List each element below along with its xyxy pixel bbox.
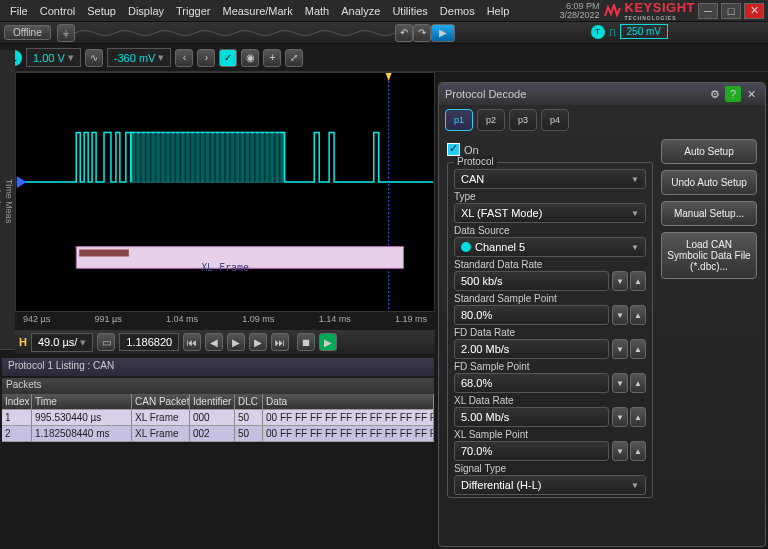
type-select[interactable]: XL (FAST Mode)▼ (454, 203, 646, 223)
undo-icon[interactable]: ↶ (395, 24, 413, 42)
menu-utilities[interactable]: Utilities (386, 3, 433, 19)
up-icon[interactable]: ▲ (630, 441, 646, 461)
down-icon[interactable]: ▼ (612, 305, 628, 325)
horizontal-controls: H 49.0 µs/▾ ▭ 1.186820 ⏮ ◀ ▶ ▶ ⏭ ⏹ ▶ (15, 330, 435, 354)
minimize-button[interactable]: ─ (698, 3, 718, 19)
fd-rate-field[interactable]: 2.00 Mb/s (454, 339, 609, 359)
svg-marker-34 (386, 73, 392, 81)
svg-rect-36 (79, 250, 129, 257)
help-icon[interactable]: ? (725, 86, 741, 102)
down-icon[interactable]: ▼ (612, 339, 628, 359)
stop-icon[interactable]: ⏹ (297, 333, 315, 351)
menu-trigger[interactable]: Trigger (170, 3, 216, 19)
timebase-pos[interactable]: 1.186820 (119, 333, 179, 351)
chevron-right-icon[interactable]: › (197, 49, 215, 67)
protocol-select[interactable]: CAN▼ (454, 169, 646, 189)
down-icon[interactable]: ▼ (612, 407, 628, 427)
chevron-down-icon: ▼ (631, 243, 639, 252)
brand-logo: KEYSIGHTTECHNOLOGIES (604, 0, 695, 21)
clock: 6:09 PM3/28/2022 (559, 2, 603, 20)
chevron-down-icon: ▼ (631, 481, 639, 490)
up-icon[interactable]: ▲ (630, 305, 646, 325)
manual-setup-button[interactable]: Manual Setup... (661, 201, 757, 226)
time-axis: 942 µs991 µs1.04 ms1.09 ms1.14 ms1.19 ms (15, 312, 435, 330)
chevron-down-icon: ▼ (631, 175, 639, 184)
expand-icon[interactable]: ⤢ (285, 49, 303, 67)
ground-icon[interactable]: ⏚ (57, 24, 75, 42)
tab-time-meas[interactable]: Time Meas (3, 54, 15, 350)
plus-icon[interactable]: + (263, 49, 281, 67)
std-sp-field[interactable]: 80.0% (454, 305, 609, 325)
chevron-down-icon: ▼ (631, 209, 639, 218)
up-icon[interactable]: ▲ (630, 373, 646, 393)
tab-p3[interactable]: p3 (509, 109, 537, 131)
table-row[interactable]: 1 995.530440 µs XL Frame 000 50 00 FF FF… (2, 410, 434, 426)
load-dbc-button[interactable]: Load CAN Symbolic Data File (*.dbc)... (661, 232, 757, 279)
menu-setup[interactable]: Setup (81, 3, 122, 19)
status-offline[interactable]: Offline (4, 25, 51, 40)
menu-measure[interactable]: Measure/Mark (216, 3, 298, 19)
step-fwd-icon[interactable]: ▶ (249, 333, 267, 351)
tab-p1[interactable]: p1 (445, 109, 473, 131)
xl-sp-field[interactable]: 70.0% (454, 441, 609, 461)
redo-icon[interactable]: ↷ (413, 24, 431, 42)
menubar: File Control Setup Display Trigger Measu… (0, 0, 768, 22)
trigger-channel-badge: T (591, 25, 605, 39)
ffwd-icon[interactable]: ⏭ (271, 333, 289, 351)
tab-p2[interactable]: p2 (477, 109, 505, 131)
vdiv-field[interactable]: 1.00 V▾ (26, 48, 81, 67)
run-button[interactable]: ▶ (431, 24, 455, 42)
waveform-display[interactable]: XL Frame (15, 72, 435, 312)
table-row[interactable]: 2 1.182508440 ms XL Frame 002 50 00 FF F… (2, 426, 434, 442)
circle-check-icon[interactable]: ✓ (219, 49, 237, 67)
menu-analyze[interactable]: Analyze (335, 3, 386, 19)
menu-display[interactable]: Display (122, 3, 170, 19)
trigger-level[interactable]: 250 mV (620, 24, 668, 39)
maximize-button[interactable]: □ (721, 3, 741, 19)
down-icon[interactable]: ▼ (612, 373, 628, 393)
panel-titlebar[interactable]: Protocol Decode ⚙ ? ✕ (439, 83, 765, 105)
svg-rect-1 (131, 133, 285, 183)
down-icon[interactable]: ▼ (612, 271, 628, 291)
coupling-icon[interactable]: ∿ (85, 49, 103, 67)
fd-sp-field[interactable]: 68.0% (454, 373, 609, 393)
panel-close-icon[interactable]: ✕ (743, 86, 759, 102)
check-icon (447, 143, 460, 156)
chevron-left-icon[interactable]: ‹ (175, 49, 193, 67)
down-icon[interactable]: ▼ (612, 441, 628, 461)
horizontal-badge: H (19, 336, 27, 348)
trigger-readout: T ⎍ 250 mV (591, 24, 668, 39)
menu-file[interactable]: File (4, 3, 34, 19)
zoom-icon[interactable]: ▭ (97, 333, 115, 351)
offset-field[interactable]: -360 mV▾ (107, 48, 172, 67)
tab-vertical-meas[interactable]: Vertical Meas (0, 54, 3, 350)
protocol-tabs: p1 p2 p3 p4 (439, 105, 765, 135)
up-icon[interactable]: ▲ (630, 339, 646, 359)
packets-label: Packets (2, 378, 434, 394)
menu-demos[interactable]: Demos (434, 3, 481, 19)
std-rate-field[interactable]: 500 kb/s (454, 271, 609, 291)
up-icon[interactable]: ▲ (630, 407, 646, 427)
source-select[interactable]: Channel 5▼ (454, 237, 646, 257)
overview-wave (75, 26, 395, 40)
circle-dot-icon[interactable]: ◉ (241, 49, 259, 67)
rewind-icon[interactable]: ⏮ (183, 333, 201, 351)
close-button[interactable]: ✕ (744, 3, 764, 19)
tab-p4[interactable]: p4 (541, 109, 569, 131)
menu-control[interactable]: Control (34, 3, 81, 19)
status-bar: Offline ⏚ T ⎍ 250 mV ↶ ↷ ▶ (0, 22, 768, 44)
gear-icon[interactable]: ⚙ (707, 86, 723, 102)
undo-auto-setup-button[interactable]: Undo Auto Setup (661, 170, 757, 195)
run-stop-icon[interactable]: ▶ (319, 333, 337, 351)
menu-math[interactable]: Math (299, 3, 335, 19)
xl-rate-field[interactable]: 5.00 Mb/s (454, 407, 609, 427)
menu-help[interactable]: Help (481, 3, 516, 19)
up-icon[interactable]: ▲ (630, 271, 646, 291)
play-icon[interactable]: ▶ (227, 333, 245, 351)
channel-toolbar: 1 1.00 V▾ ∿ -360 mV▾ ‹ › ✓ ◉ + ⤢ (0, 44, 768, 72)
signal-select[interactable]: Differential (H-L)▼ (454, 475, 646, 495)
auto-setup-button[interactable]: Auto Setup (661, 139, 757, 164)
step-back-icon[interactable]: ◀ (205, 333, 223, 351)
timebase-scale[interactable]: 49.0 µs/▾ (31, 333, 93, 352)
rising-edge-icon: ⎍ (609, 26, 616, 38)
